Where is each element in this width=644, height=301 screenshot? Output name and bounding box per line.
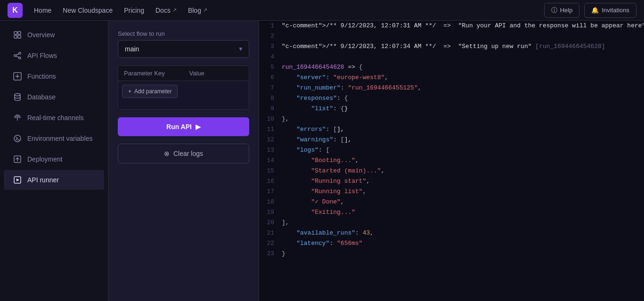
line-content: "Exiting..." [282,207,644,218]
sidebar-item-api-flows[interactable]: API Flows [4,46,104,65]
sidebar-item-label: Deployment [27,155,63,163]
x-circle-icon: ⊗ [164,150,170,157]
sidebar-item-realtime[interactable]: Real-time channels [4,108,104,128]
sidebar-item-overview[interactable]: Overview [4,25,104,45]
svg-marker-20 [16,179,19,181]
code-line: 2 [259,31,644,41]
line-number: 11 [259,124,282,135]
code-line: 14 "Booting...", [259,155,644,166]
line-number: 18 [259,197,282,207]
logo[interactable]: K [8,3,23,18]
invitations-button[interactable]: 🔔 Invitations [584,3,636,18]
line-content: "available_runs": 43, [282,228,644,238]
flows-icon [13,51,22,60]
flow-selector-section: Select flow to run main ▼ [118,30,249,58]
run-api-button[interactable]: Run API ▶ [118,117,249,136]
params-body: + Add parameter [118,81,249,109]
line-content: "run_number": "run_1694466455125", [282,83,644,93]
line-content: "responses": { [282,93,644,104]
flow-select[interactable]: main [118,40,249,58]
line-content: "errors": [], [282,124,644,135]
line-number: 21 [259,228,282,238]
nav-home[interactable]: Home [34,7,51,14]
code-line: 16 "Running start", [259,176,644,187]
add-parameter-button[interactable]: + Add parameter [122,85,178,98]
line-content: "list": {} [282,104,644,114]
sidebar-item-label: Real-time channels [27,114,84,122]
line-number: 16 [259,176,282,187]
code-line: 8 "responses": { [259,93,644,104]
nav-new-cloudspace[interactable]: New Cloudspace [63,7,113,14]
sidebar-item-api-runner[interactable]: API runner [4,170,104,190]
svg-point-5 [19,52,21,54]
help-button[interactable]: ⓘ Help [544,3,580,18]
code-line: 18 "✓ Done", [259,197,644,207]
functions-icon [13,72,22,81]
line-number: 23 [259,249,282,259]
main-area: Overview API Flows [0,21,644,301]
line-number: 22 [259,238,282,249]
code-line: 23} [259,249,644,259]
svg-line-7 [16,54,19,55]
line-content: "server": "europe-west8", [282,73,644,83]
nav-links: Home New Cloudspace Pricing Docs ↗ Blog … [34,7,544,14]
sidebar-item-env-vars[interactable]: Environment variables [4,129,104,148]
line-content: "Booting...", [282,155,644,166]
line-number: 15 [259,166,282,176]
line-content: "Started (main)...", [282,166,644,176]
code-line: 20], [259,218,644,228]
nav-docs[interactable]: Docs ↗ [155,7,177,14]
sidebar: Overview API Flows [0,21,108,301]
top-navigation: K Home New Cloudspace Pricing Docs ↗ Blo… [0,0,644,21]
svg-line-8 [16,56,19,57]
sidebar-item-label: Environment variables [27,135,93,142]
code-line: 19 "Exiting..." [259,207,644,218]
play-icon: ▶ [196,123,201,130]
line-number: 20 [259,218,282,228]
svg-point-4 [14,55,16,57]
code-line: 12 "warnings": [], [259,135,644,145]
line-content: } [282,249,644,259]
line-content: "c-comment">/** 9/12/2023, 12:07:34 AM *… [282,41,644,52]
runner-icon [13,176,22,184]
code-line: 9 "list": {} [259,104,644,114]
select-flow-label: Select flow to run [118,30,249,37]
line-number: 1 [259,21,282,31]
line-number: 7 [259,83,282,93]
sidebar-item-database[interactable]: Database [4,87,104,107]
bell-icon: 🔔 [591,7,599,14]
line-number: 2 [259,31,282,41]
code-line: 21 "available_runs": 43, [259,228,644,238]
svg-rect-1 [18,32,21,34]
sidebar-item-label: API Flows [27,52,57,59]
code-line: 15 "Started (main)...", [259,166,644,176]
code-line: 3"c-comment">/** 9/12/2023, 12:07:34 AM … [259,41,644,52]
external-link-icon: ↗ [203,7,207,13]
help-icon: ⓘ [551,6,557,15]
svg-point-6 [19,57,21,59]
clear-logs-button[interactable]: ⊗ Clear logs [118,144,249,163]
svg-rect-2 [14,35,17,38]
line-content [282,52,644,62]
nav-right-actions: ⓘ Help 🔔 Invitations [544,3,636,18]
nav-pricing[interactable]: Pricing [124,7,144,14]
sidebar-item-deployment[interactable]: Deployment [4,149,104,169]
code-line: 17 "Running list", [259,187,644,197]
code-line: 5run_1694466454628 => { [259,62,644,73]
line-content [282,31,644,41]
code-line: 1"c-comment">/** 9/12/2023, 12:07:31 AM … [259,21,644,31]
line-number: 3 [259,41,282,52]
line-content: }, [282,114,644,124]
database-icon [13,93,22,101]
external-link-icon: ↗ [172,7,177,13]
line-number: 14 [259,155,282,166]
svg-rect-3 [18,35,21,38]
nav-blog[interactable]: Blog ↗ [188,7,207,14]
svg-rect-0 [14,32,17,34]
env-icon [13,134,22,143]
code-line: 7 "run_number": "run_1694466455125", [259,83,644,93]
sidebar-item-functions[interactable]: Functions [4,66,104,86]
line-number: 4 [259,52,282,62]
line-number: 13 [259,145,282,155]
params-table: Parameter Key Value + Add parameter [118,65,249,110]
